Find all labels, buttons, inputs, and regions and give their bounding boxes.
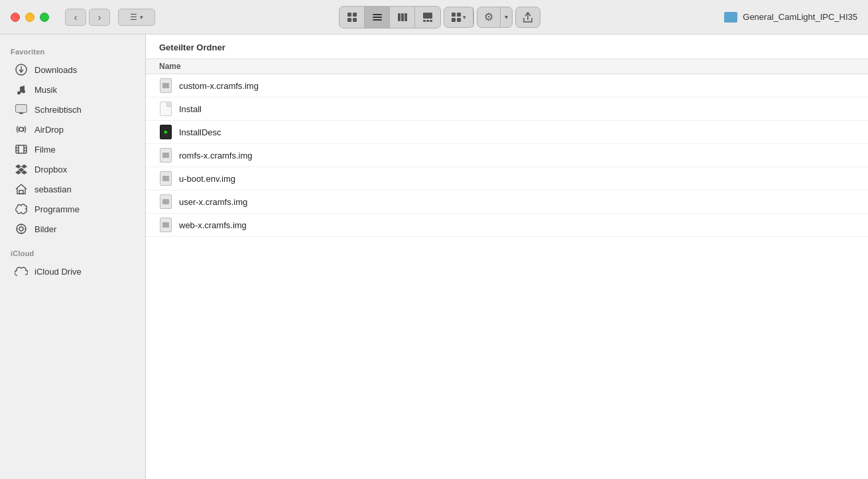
forward-button[interactable]: › bbox=[89, 9, 110, 26]
file-icon-img bbox=[159, 194, 172, 210]
section-title: Geteilter Ordner bbox=[159, 42, 225, 52]
svg-rect-2 bbox=[347, 18, 351, 22]
view-button-group bbox=[339, 6, 441, 29]
sidebar-label-schreibtisch: Schreibtisch bbox=[34, 105, 82, 115]
svg-marker-36 bbox=[21, 165, 27, 169]
home-icon bbox=[15, 182, 28, 196]
svg-rect-0 bbox=[347, 13, 351, 17]
traffic-lights bbox=[11, 13, 49, 22]
sidebar-label-programme: Programme bbox=[34, 204, 80, 214]
sidebar-label-sebastian: sebastian bbox=[34, 184, 72, 194]
svg-rect-13 bbox=[430, 20, 432, 22]
column-name: Name bbox=[159, 62, 181, 71]
icon-view-button[interactable] bbox=[340, 7, 365, 28]
table-row[interactable]: Install bbox=[146, 98, 868, 121]
file-icon-generic bbox=[159, 101, 172, 117]
table-row[interactable]: web-x.cramfs.img bbox=[146, 214, 868, 237]
svg-point-27 bbox=[19, 127, 23, 131]
svg-rect-40 bbox=[19, 190, 23, 194]
sidebar-label-dropbox: Dropbox bbox=[34, 165, 67, 174]
gallery-view-button[interactable] bbox=[415, 7, 440, 28]
file-name: user-x.cramfs.img bbox=[179, 197, 247, 207]
main-area: Favoriten Downloads Musik bbox=[0, 34, 868, 479]
downloads-icon bbox=[15, 63, 28, 76]
sidebar-label-bilder: Bilder bbox=[34, 224, 56, 234]
table-row[interactable]: romfs-x.cramfs.img bbox=[146, 144, 868, 167]
list-view-button[interactable] bbox=[365, 7, 390, 28]
back-button[interactable]: ‹ bbox=[65, 9, 86, 26]
file-name: custom-x.cramfs.img bbox=[179, 81, 259, 91]
svg-rect-9 bbox=[404, 13, 407, 21]
svg-rect-8 bbox=[401, 13, 404, 21]
toolbar-center: ▾ ⚙ ▾ bbox=[163, 6, 716, 29]
file-browser-header: Geteilter Ordner bbox=[146, 34, 868, 59]
icloud-icon bbox=[15, 265, 28, 278]
svg-rect-5 bbox=[373, 17, 382, 18]
svg-rect-16 bbox=[452, 18, 456, 22]
dropbox-icon bbox=[15, 163, 28, 176]
file-icon-img bbox=[159, 171, 172, 186]
chevron-down-icon: ▾ bbox=[501, 7, 512, 27]
svg-rect-12 bbox=[426, 20, 429, 22]
filme-icon bbox=[15, 143, 28, 156]
view-list-dropdown[interactable]: ☰ ▾ bbox=[118, 9, 155, 26]
folder-icon bbox=[724, 12, 737, 23]
nav-buttons: ‹ › bbox=[65, 9, 110, 26]
column-header: Name bbox=[146, 59, 868, 74]
svg-rect-11 bbox=[423, 20, 426, 22]
share-button[interactable] bbox=[515, 7, 540, 28]
sidebar-item-sebastian[interactable]: sebastian bbox=[4, 179, 141, 199]
table-row[interactable]: InstallDesc bbox=[146, 121, 868, 144]
titlebar-right: General_CamLight_IPC_HI35 bbox=[724, 12, 857, 23]
svg-rect-1 bbox=[353, 13, 357, 17]
sidebar-section-icloud: iCloud bbox=[0, 247, 145, 261]
sidebar-label-icloud-drive: iCloud Drive bbox=[34, 267, 82, 277]
file-list: custom-x.cramfs.img Install InstallDesc bbox=[146, 74, 868, 479]
file-browser: Geteilter Ordner Name custom-x.cramfs.im… bbox=[146, 34, 868, 479]
file-name: web-x.cramfs.img bbox=[179, 220, 247, 230]
table-row[interactable]: u-boot.env.img bbox=[146, 167, 868, 190]
sidebar-label-filme: Filme bbox=[34, 145, 56, 155]
svg-rect-4 bbox=[373, 14, 382, 15]
svg-point-42 bbox=[19, 227, 23, 231]
file-icon-img bbox=[159, 217, 172, 233]
sidebar-item-programme[interactable]: Programme bbox=[4, 199, 141, 219]
svg-rect-7 bbox=[398, 13, 401, 21]
svg-rect-6 bbox=[373, 19, 382, 21]
svg-point-21 bbox=[17, 92, 21, 95]
svg-marker-35 bbox=[15, 165, 21, 169]
titlebar: ‹ › ☰ ▾ bbox=[0, 0, 868, 34]
chevron-down-icon: ▾ bbox=[140, 14, 143, 21]
sidebar-item-dropbox[interactable]: Dropbox bbox=[4, 159, 141, 179]
window-title: General_CamLight_IPC_HI35 bbox=[743, 12, 857, 22]
gear-icon: ⚙ bbox=[477, 7, 501, 27]
maximize-button[interactable] bbox=[40, 13, 49, 22]
sidebar: Favoriten Downloads Musik bbox=[0, 34, 146, 479]
table-row[interactable]: user-x.cramfs.img bbox=[146, 190, 868, 214]
gear-dropdown[interactable]: ⚙ ▾ bbox=[477, 7, 513, 28]
file-icon-exec bbox=[159, 124, 172, 140]
programme-icon bbox=[15, 202, 28, 216]
airdrop-icon bbox=[15, 123, 28, 136]
arrange-dropdown[interactable]: ▾ bbox=[444, 7, 474, 28]
file-icon-img bbox=[159, 78, 172, 94]
sidebar-item-schreibtisch[interactable]: Schreibtisch bbox=[4, 100, 141, 119]
sidebar-label-musik: Musik bbox=[34, 85, 57, 95]
svg-point-22 bbox=[22, 90, 25, 94]
bilder-icon bbox=[15, 222, 28, 236]
table-row[interactable]: custom-x.cramfs.img bbox=[146, 74, 868, 98]
schreibtisch-icon bbox=[15, 103, 28, 116]
sidebar-item-downloads[interactable]: Downloads bbox=[4, 60, 141, 80]
sidebar-item-airdrop[interactable]: AirDrop bbox=[4, 119, 141, 139]
sidebar-item-filme[interactable]: Filme bbox=[4, 139, 141, 159]
sidebar-item-bilder[interactable]: Bilder bbox=[4, 219, 141, 239]
file-icon-img bbox=[159, 147, 172, 163]
close-button[interactable] bbox=[11, 13, 20, 22]
sidebar-item-musik[interactable]: Musik bbox=[4, 80, 141, 100]
minimize-button[interactable] bbox=[25, 13, 34, 22]
sidebar-label-downloads: Downloads bbox=[34, 65, 77, 75]
svg-rect-3 bbox=[353, 18, 357, 22]
file-name: Install bbox=[179, 104, 202, 114]
sidebar-item-icloud-drive[interactable]: iCloud Drive bbox=[4, 261, 141, 281]
column-view-button[interactable] bbox=[390, 7, 415, 28]
